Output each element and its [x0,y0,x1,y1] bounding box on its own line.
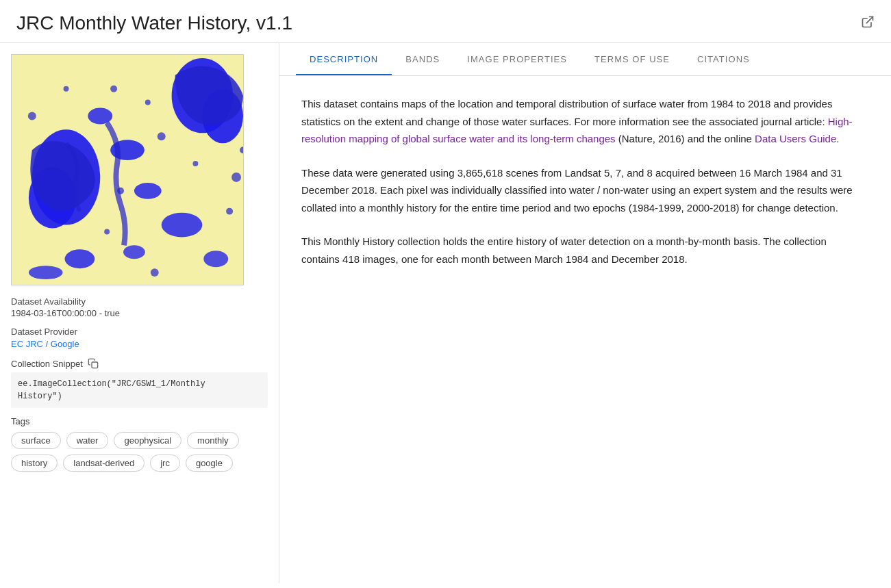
svg-point-20 [192,161,198,166]
snippet-line1: ee.ImageCollection("JRC/GSW1_1/Monthly [18,379,205,389]
desc-p1-after-link2: . [836,133,839,144]
page-header: JRC Monthly Water History, v1.1 [0,0,891,43]
tag-chip: water [66,432,109,449]
dataset-provider-label: Dataset Provider [11,327,268,337]
content-area: Dataset Availability 1984-03-16T00:00:00… [0,43,891,583]
dataset-provider-link[interactable]: EC JRC / Google [11,339,79,349]
svg-line-0 [866,16,873,23]
description-paragraph-2: These data were generated using 3,865,61… [301,164,863,217]
svg-point-13 [29,266,63,279]
svg-point-12 [203,251,228,267]
svg-rect-26 [92,362,98,368]
tab-content: This dataset contains maps of the locati… [279,76,891,583]
svg-point-9 [162,213,203,238]
tab-citations[interactable]: CITATIONS [683,43,764,75]
tabs-bar: DESCRIPTIONBANDSIMAGE PROPERTIESTERMS OF… [279,43,891,76]
dataset-availability-value: 1984-03-16T00:00:00 - true [11,308,268,318]
tab-description[interactable]: DESCRIPTION [296,43,392,75]
desc-p1-before-link1: This dataset contains maps of the locati… [301,98,832,127]
copy-icon[interactable] [87,357,99,370]
left-panel: Dataset Availability 1984-03-16T00:00:00… [0,43,279,583]
data-users-guide-link[interactable]: Data Users Guide [755,133,836,144]
tag-chip: surface [11,432,61,449]
desc-p1-between-links: (Nature, 2016) and the online [616,133,755,144]
tags-label: Tags [11,416,268,426]
collection-snippet-header: Collection Snippet [11,357,268,370]
svg-point-8 [134,183,162,199]
svg-point-16 [158,132,166,140]
svg-point-14 [110,86,117,92]
svg-point-15 [145,100,151,105]
tag-chip: history [11,455,58,472]
svg-point-24 [64,86,69,92]
dataset-availability-label: Dataset Availability [11,296,268,307]
tags-container: surfacewatergeophysicalmonthlyhistorylan… [11,432,268,472]
tag-chip: landsat-derived [63,455,145,472]
tab-image-properties[interactable]: IMAGE PROPERTIES [453,43,581,75]
svg-point-11 [123,245,145,259]
external-link-icon[interactable] [861,15,875,32]
description-paragraph-1: This dataset contains maps of the locati… [301,95,863,148]
tag-chip: google [186,455,233,472]
collection-snippet-label: Collection Snippet [11,359,83,369]
tag-chip: jrc [150,455,180,472]
svg-point-22 [104,229,110,234]
description-paragraph-3: This Monthly History collection holds th… [301,233,863,268]
tag-chip: monthly [187,432,239,449]
right-panel: DESCRIPTIONBANDSIMAGE PROPERTIESTERMS OF… [279,43,891,583]
svg-point-10 [65,249,95,268]
svg-point-23 [151,268,159,277]
page-title: JRC Monthly Water History, v1.1 [16,12,292,34]
tag-chip: geophysical [114,432,181,449]
map-thumbnail [11,54,244,285]
svg-point-19 [28,112,36,120]
snippet-box: ee.ImageCollection("JRC/GSW1_1/Monthly H… [11,372,268,408]
svg-point-18 [231,172,241,182]
description-paragraphs: This dataset contains maps of the locati… [301,95,863,268]
tab-terms-of-use[interactable]: TERMS OF USE [581,43,683,75]
svg-point-21 [226,208,233,215]
tab-bands[interactable]: BANDS [392,43,453,75]
snippet-line2: History") [18,392,62,401]
